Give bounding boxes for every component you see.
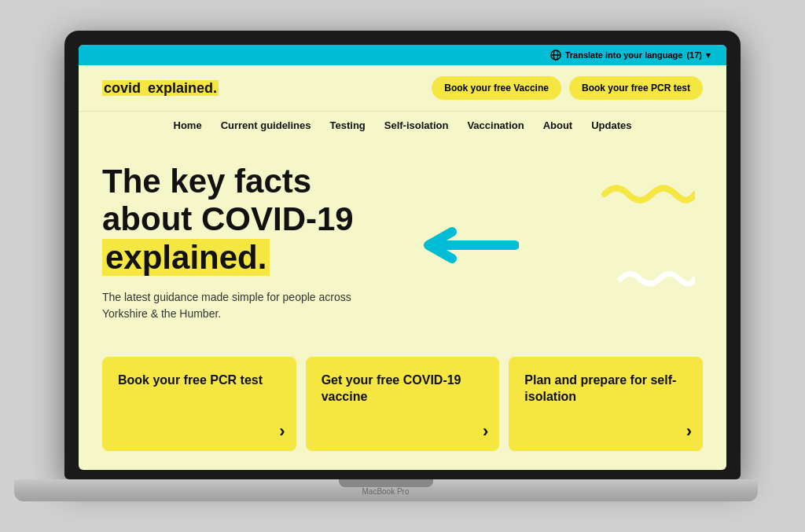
translate-label: Translate into your language (565, 50, 683, 60)
translate-bar: Translate into your language (17) ▾ (79, 45, 726, 65)
hero-section: The key facts about COVID-19 explained. (79, 139, 726, 338)
chevron-icon: ▾ (706, 50, 711, 61)
laptop-base: MacBook Pro (14, 479, 758, 501)
hero-title-line2: about COVID-19 (102, 200, 354, 237)
arrow-decoration (417, 226, 519, 268)
wavy-white-svg (616, 265, 695, 288)
card-isolation-arrow: › (686, 421, 692, 442)
macbook-label: MacBook Pro (362, 487, 409, 496)
logo: covid explained. (102, 80, 219, 97)
nav-guidelines[interactable]: Current guidelines (221, 119, 311, 131)
cards-row: Book your free PCR test › Get your free … (79, 338, 726, 470)
nav-home[interactable]: Home (174, 119, 202, 131)
card-pcr-title: Book your free PCR test (118, 372, 281, 389)
pcr-button[interactable]: Book your free PCR test (569, 76, 703, 100)
hero-title-line1: The key facts (102, 163, 311, 200)
wavy-white-decoration (616, 265, 695, 292)
nav-vaccination[interactable]: Vaccination (467, 119, 524, 131)
nav-updates[interactable]: Updates (591, 119, 631, 131)
vaccine-button[interactable]: Book your free Vaccine (432, 76, 561, 100)
card-pcr[interactable]: Book your free PCR test › (102, 357, 296, 451)
translate-count: (17) (686, 50, 702, 60)
laptop-wrapper: Translate into your language (17) ▾ covi… (64, 31, 741, 501)
wavy-yellow-decoration (601, 178, 695, 209)
translate-button[interactable]: Translate into your language (17) ▾ (550, 50, 711, 61)
site-wrapper: Translate into your language (17) ▾ covi… (79, 45, 726, 470)
nav-testing[interactable]: Testing (330, 119, 366, 131)
card-vaccine-title: Get your free COVID-19 vaccine (322, 372, 484, 405)
card-isolation[interactable]: Plan and prepare for self-isolation › (509, 357, 703, 451)
header: covid explained. Book your free Vaccine … (79, 65, 726, 111)
hero-title: The key facts about COVID-19 explained. (102, 163, 432, 277)
card-vaccine-arrow: › (483, 421, 488, 442)
logo-text: covid (102, 80, 146, 96)
laptop-bezel: Translate into your language (17) ▾ covi… (64, 31, 741, 479)
card-isolation-title: Plan and prepare for self-isolation (524, 372, 687, 405)
wavy-yellow-svg (601, 178, 695, 206)
laptop-notch (339, 479, 433, 487)
card-pcr-arrow: › (279, 421, 285, 442)
card-vaccine[interactable]: Get your free COVID-19 vaccine › (306, 357, 500, 451)
nav-self-isolation[interactable]: Self-isolation (384, 119, 449, 131)
hero-subtitle: The latest guidance made simple for peop… (102, 289, 354, 322)
laptop-screen: Translate into your language (17) ▾ covi… (79, 45, 726, 470)
cyan-arrow-svg (417, 226, 519, 265)
navbar: Home Current guidelines Testing Self-iso… (79, 111, 726, 139)
hero-title-highlight: explained. (102, 239, 270, 276)
globe-icon (550, 50, 561, 61)
header-buttons: Book your free Vaccine Book your free PC… (432, 76, 703, 100)
nav-about[interactable]: About (543, 119, 573, 131)
logo-highlighted: explained. (146, 80, 219, 96)
